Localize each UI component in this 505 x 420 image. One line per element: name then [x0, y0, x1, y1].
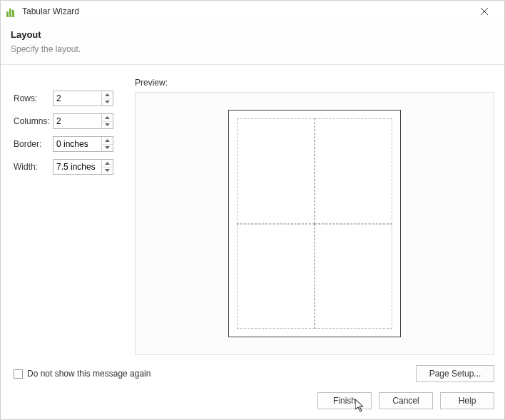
rows-up[interactable] [102, 91, 113, 99]
svg-marker-7 [105, 146, 110, 149]
width-down[interactable] [102, 168, 113, 175]
border-down[interactable] [102, 145, 113, 152]
width-field: Width: [14, 159, 121, 175]
border-field: Border: [14, 136, 121, 152]
border-value[interactable] [53, 137, 101, 151]
checkbox-label: Do not show this message again [27, 369, 151, 379]
preview-cell [237, 118, 315, 224]
rows-down[interactable] [102, 99, 113, 106]
svg-marker-5 [105, 123, 110, 126]
preview-grid [237, 118, 392, 329]
window-title: Tabular Wizard [22, 6, 470, 16]
columns-value[interactable] [53, 114, 101, 128]
close-icon [481, 8, 488, 15]
preview-cell [315, 118, 392, 224]
svg-marker-9 [105, 169, 110, 172]
svg-marker-6 [105, 139, 110, 142]
options-row: Do not show this message again Page Setu… [1, 361, 504, 384]
page-heading: Layout [11, 29, 494, 40]
rows-field: Rows: [14, 91, 121, 106]
preview-pane [135, 92, 494, 355]
content-area: Rows: Columns: [1, 65, 504, 361]
rows-value[interactable] [53, 91, 101, 106]
svg-marker-8 [105, 162, 110, 165]
close-button[interactable] [470, 1, 499, 21]
form-column: Rows: Columns: [14, 78, 121, 355]
svg-marker-3 [105, 101, 110, 103]
titlebar: Tabular Wizard [1, 1, 504, 22]
page-subheading: Specify the layout. [11, 44, 494, 54]
dont-show-checkbox[interactable]: Do not show this message again [14, 369, 407, 379]
preview-cell [315, 224, 392, 329]
border-label: Border: [14, 139, 53, 149]
columns-up[interactable] [102, 114, 113, 122]
dialog-window: Tabular Wizard Layout Specify the layout… [0, 0, 505, 420]
width-up[interactable] [102, 160, 113, 168]
cancel-button[interactable]: Cancel [379, 392, 433, 409]
preview-label: Preview: [135, 78, 494, 88]
finish-button[interactable]: Finish [317, 392, 372, 409]
width-input[interactable] [53, 159, 113, 175]
preview-column: Preview: [135, 78, 494, 355]
checkbox-box[interactable] [14, 369, 23, 379]
header-section: Layout Specify the layout. [1, 22, 504, 65]
columns-down[interactable] [102, 122, 113, 129]
rows-input[interactable] [53, 91, 113, 106]
width-label: Width: [14, 162, 53, 172]
columns-field: Columns: [14, 113, 121, 129]
border-input[interactable] [53, 136, 113, 152]
border-up[interactable] [102, 137, 113, 145]
columns-input[interactable] [53, 113, 113, 129]
width-value[interactable] [53, 160, 101, 174]
columns-label: Columns: [14, 116, 53, 126]
svg-marker-4 [105, 116, 110, 119]
help-button[interactable]: Help [440, 392, 494, 409]
page-setup-button[interactable]: Page Setup... [416, 365, 494, 382]
rows-label: Rows: [14, 93, 53, 103]
preview-page [228, 110, 401, 337]
button-bar: Finish Cancel Help [1, 384, 504, 419]
svg-marker-2 [105, 93, 110, 96]
preview-cell [237, 224, 315, 329]
app-icon [6, 6, 18, 17]
